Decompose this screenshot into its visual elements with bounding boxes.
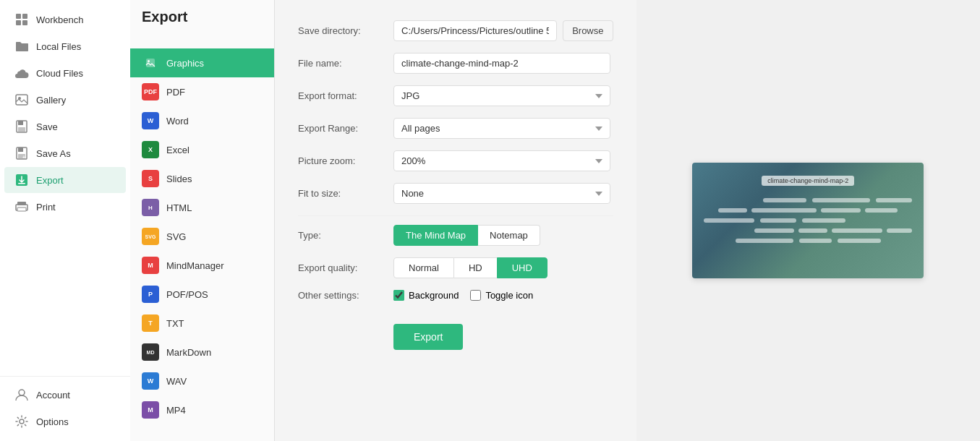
format-item-excel[interactable]: X Excel (130, 135, 274, 164)
toggle-icon-label: Toggle icon (485, 290, 533, 301)
export-range-select[interactable]: All pages Current page (393, 118, 610, 139)
format-label-txt: TXT (166, 318, 184, 329)
sidebar-item-gallery[interactable]: Gallery (4, 87, 126, 113)
format-item-word[interactable]: W Word (130, 106, 274, 135)
format-icon-slides: S (142, 170, 159, 187)
format-item-slides[interactable]: S Slides (130, 164, 274, 193)
save-directory-row: Save directory: Browse (298, 20, 613, 41)
export-button[interactable]: Export (393, 324, 463, 350)
fit-to-size-control: None A4 Letter (393, 183, 613, 204)
sidebar-label-options: Options (36, 416, 69, 427)
type-btn-notemap[interactable]: Notemap (478, 225, 540, 246)
background-checkbox[interactable] (393, 290, 404, 301)
other-settings-label: Other settings: (298, 290, 385, 301)
svg-rect-2 (16, 20, 21, 25)
format-item-wav[interactable]: W WAV (130, 367, 274, 395)
fit-to-size-row: Fit to size: None A4 Letter (298, 183, 613, 204)
format-icon-mp4: M (142, 401, 159, 419)
format-list: Export Graphics PDF PDF W Word X Excel (130, 0, 275, 441)
format-icon-pdf: PDF (142, 83, 159, 100)
save-directory-control: Browse (393, 20, 613, 41)
format-label-word: Word (166, 116, 189, 127)
background-label: Background (409, 290, 459, 301)
format-icon-markdown: MD (142, 343, 159, 361)
save-directory-input[interactable] (393, 20, 557, 41)
svg-rect-14 (18, 183, 25, 184)
save-icon (14, 119, 29, 134)
sidebar-label-save-as: Save As (36, 148, 71, 159)
format-item-svg[interactable]: SVG SVG (130, 222, 274, 251)
type-label: Type: (298, 230, 385, 241)
sidebar-item-cloud-files[interactable]: Cloud Files (4, 60, 126, 86)
svg-rect-1 (22, 14, 27, 19)
format-label-excel: Excel (166, 145, 189, 155)
export-format-select[interactable]: JPG PNG BMP GIF (393, 85, 610, 106)
quality-btn-normal[interactable]: Normal (393, 257, 454, 278)
picture-zoom-control: 100% 150% 200% 300% (393, 150, 613, 171)
format-icon-txt: T (142, 314, 159, 332)
file-name-input[interactable] (393, 53, 610, 74)
svg-rect-7 (18, 121, 23, 125)
quality-btn-uhd[interactable]: UHD (497, 257, 547, 278)
svg-rect-17 (17, 207, 26, 211)
background-checkbox-item[interactable]: Background (393, 290, 459, 301)
svg-point-21 (148, 60, 150, 62)
type-btn-mindmap[interactable]: The Mind Map (393, 225, 478, 246)
format-item-html[interactable]: H HTML (130, 193, 274, 222)
user-icon (14, 388, 29, 402)
sidebar-item-options[interactable]: Options (4, 408, 126, 434)
settings-area: Save directory: Browse File name: Export… (275, 0, 636, 441)
sidebar-item-export[interactable]: Export (4, 167, 126, 193)
browse-button[interactable]: Browse (563, 20, 613, 41)
other-settings-control: Background Toggle icon (393, 290, 613, 301)
export-range-label: Export Range: (298, 123, 385, 134)
export-range-control: All pages Current page (393, 118, 613, 139)
sidebar-item-save-as[interactable]: + Save As (4, 140, 126, 166)
save-directory-label: Save directory: (298, 25, 385, 36)
toggle-icon-checkbox-item[interactable]: Toggle icon (470, 290, 533, 301)
svg-rect-20 (146, 59, 155, 67)
format-item-mindmanager[interactable]: M MindManager (130, 251, 274, 280)
picture-zoom-select[interactable]: 100% 150% 200% 300% (393, 150, 610, 171)
gallery-icon (14, 93, 29, 107)
save-as-icon: + (14, 146, 29, 160)
format-label-mindmanager: MindManager (166, 260, 224, 271)
format-icon-html: H (142, 199, 159, 216)
format-label-markdown: MarkDown (166, 347, 211, 358)
sidebar: Workbench Local Files Cloud Files (0, 0, 130, 441)
format-item-pofpos[interactable]: P POF/POS (130, 280, 274, 309)
sidebar-item-print[interactable]: Print (4, 194, 126, 220)
sidebar-item-local-files[interactable]: Local Files (4, 33, 126, 59)
format-item-mp4[interactable]: M MP4 (130, 395, 274, 424)
format-label-slides: Slides (166, 174, 192, 184)
file-name-label: File name: (298, 58, 385, 69)
format-icon-pofpos: P (142, 286, 159, 303)
svg-point-19 (20, 419, 24, 424)
grid-icon (14, 12, 29, 27)
svg-point-18 (19, 390, 25, 395)
sidebar-item-save[interactable]: Save (4, 114, 126, 140)
fit-to-size-select[interactable]: None A4 Letter (393, 183, 610, 204)
fit-to-size-label: Fit to size: (298, 188, 385, 199)
print-icon (14, 200, 29, 214)
format-item-markdown[interactable]: MD MarkDown (130, 338, 274, 367)
svg-rect-0 (16, 14, 21, 19)
format-item-graphics[interactable]: Graphics (130, 48, 274, 77)
sidebar-item-workbench[interactable]: Workbench (4, 7, 126, 33)
quality-group: Normal HD UHD (393, 257, 547, 278)
format-label-wav: WAV (166, 376, 187, 387)
format-label-svg: SVG (166, 231, 186, 242)
svg-rect-3 (22, 20, 27, 25)
sidebar-label-gallery: Gallery (36, 95, 66, 106)
quality-btn-hd[interactable]: HD (454, 257, 497, 278)
format-icon-mindmanager: M (142, 257, 159, 274)
preview-image: climate-change-mind-map-2 (692, 163, 924, 278)
export-panel-title: Export (130, 9, 274, 34)
sidebar-item-account[interactable]: Account (4, 382, 126, 408)
preview-area: climate-change-mind-map-2 (636, 0, 981, 441)
toggle-icon-checkbox[interactable] (470, 290, 481, 301)
format-item-pdf[interactable]: PDF PDF (130, 77, 274, 106)
format-item-txt[interactable]: T TXT (130, 309, 274, 338)
cloud-icon (14, 66, 29, 80)
export-range-row: Export Range: All pages Current page (298, 118, 613, 139)
